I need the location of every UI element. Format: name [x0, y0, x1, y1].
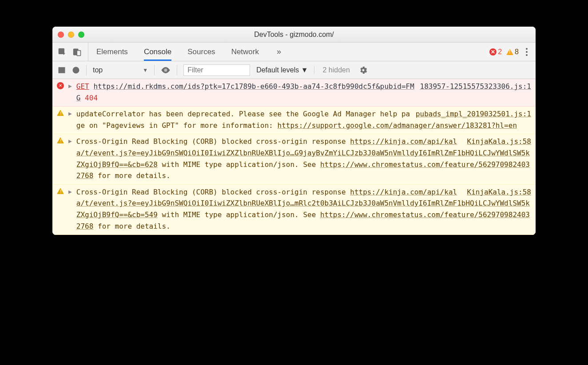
http-method: GET — [76, 82, 89, 91]
kebab-menu-button[interactable] — [523, 48, 530, 56]
source-link[interactable]: 183957-12515575323306.js:1 — [420, 81, 531, 92]
console-settings-gear-icon[interactable] — [359, 66, 368, 75]
tab-sources[interactable]: Sources — [187, 43, 215, 61]
message-text: for more details. — [93, 171, 170, 180]
warning-count[interactable]: 8 — [506, 48, 519, 56]
warning-icon — [506, 49, 513, 55]
message-text: for more details. — [93, 222, 170, 230]
console-messages: ✕ ▶ 183957-12515575323306.js:1 GET https… — [52, 79, 536, 235]
warning-icon — [57, 188, 64, 194]
svg-rect-2 — [77, 50, 80, 56]
error-count-value: 2 — [498, 48, 502, 56]
inspect-icons-group — [58, 43, 88, 61]
error-count[interactable]: ✕ 2 — [489, 48, 502, 56]
warning-count-value: 8 — [515, 48, 519, 56]
message-text: Cross-Origin Read Blocking (CORB) blocke… — [76, 188, 350, 196]
help-url-link[interactable]: https://support.google.com/admanager/ans… — [278, 121, 517, 130]
message-content: pubads_impl_2019032501.js:1 updateCorrel… — [76, 108, 531, 131]
console-sidebar-toggle-icon[interactable] — [58, 66, 66, 74]
warning-icon — [57, 137, 64, 143]
tab-console[interactable]: Console — [144, 43, 171, 61]
tabs-list: Elements Console Sources Network » — [88, 43, 281, 61]
error-icon: ✕ — [57, 82, 64, 89]
device-toggle-icon[interactable] — [73, 48, 82, 56]
disclosure-triangle[interactable]: ▶ — [68, 82, 72, 103]
inspect-element-icon[interactable] — [58, 48, 67, 56]
message-text: Cross-Origin Read Blocking (CORB) blocke… — [76, 137, 350, 146]
traffic-lights — [58, 32, 84, 38]
message-text: with MIME type application/json. See — [158, 210, 320, 219]
clear-console-icon[interactable] — [72, 66, 80, 74]
source-link[interactable]: pubads_impl_2019032501.js:1 — [416, 108, 531, 120]
disclosure-triangle[interactable]: ▶ — [68, 187, 72, 232]
live-expression-eye-icon[interactable] — [161, 65, 171, 75]
tab-network[interactable]: Network — [231, 43, 259, 61]
console-message-warning: ▶ KinjaKala.js:58 Cross-Origin Read Bloc… — [52, 134, 536, 184]
error-icon: ✕ — [489, 48, 497, 56]
http-status: 404 — [85, 94, 98, 102]
toolbar-divider — [177, 65, 177, 75]
window-title: DevTools - gizmodo.com/ — [58, 31, 530, 39]
tab-elements[interactable]: Elements — [96, 43, 128, 61]
svg-rect-3 — [59, 67, 65, 73]
window-minimize-button[interactable] — [68, 32, 74, 38]
console-toolbar: top ▼ Default levels ▼ 2 hidden — [52, 61, 536, 79]
chevron-down-icon: ▼ — [143, 67, 148, 73]
request-url-link[interactable]: https://mid.rkdms.com/ids?ptk=17c1789b-e… — [76, 82, 414, 102]
console-message-error: ✕ ▶ 183957-12515575323306.js:1 GET https… — [52, 79, 536, 107]
message-content: 183957-12515575323306.js:1 GET https://m… — [76, 81, 531, 103]
window-maximize-button[interactable] — [78, 32, 84, 38]
header-status-group: ✕ 2 8 — [489, 48, 530, 56]
context-value: top — [93, 66, 103, 74]
devtools-window: DevTools - gizmodo.com/ Elements Console… — [52, 27, 536, 235]
source-link[interactable]: KinjaKala.js:58 — [467, 186, 532, 198]
toolbar-divider — [86, 65, 87, 75]
toolbar-divider — [154, 65, 155, 75]
message-text: with MIME type application/json. See — [158, 160, 320, 169]
disclosure-triangle[interactable]: ▶ — [68, 109, 72, 131]
log-levels-label: Default levels ▼ — [256, 66, 308, 74]
disclosure-triangle[interactable]: ▶ — [68, 137, 72, 181]
warning-icon — [57, 110, 64, 116]
hidden-messages-count[interactable]: 2 hidden — [314, 66, 350, 74]
context-selector[interactable]: top ▼ — [93, 66, 148, 74]
log-levels-selector[interactable]: Default levels ▼ — [256, 66, 308, 74]
filter-input[interactable] — [183, 64, 250, 76]
more-tabs-button[interactable]: » — [277, 47, 281, 56]
titlebar: DevTools - gizmodo.com/ — [52, 27, 536, 43]
message-content: KinjaKala.js:58 Cross-Origin Read Blocki… — [76, 186, 531, 232]
console-message-warning: ▶ KinjaKala.js:58 Cross-Origin Read Bloc… — [52, 185, 536, 235]
source-link[interactable]: KinjaKala.js:58 — [467, 136, 532, 147]
tabs-bar: Elements Console Sources Network » ✕ 2 8 — [52, 43, 536, 61]
svg-point-7 — [165, 69, 167, 71]
window-close-button[interactable] — [58, 32, 64, 38]
message-content: KinjaKala.js:58 Cross-Origin Read Blocki… — [76, 136, 531, 181]
console-message-warning: ▶ pubads_impl_2019032501.js:1 updateCorr… — [52, 107, 536, 134]
